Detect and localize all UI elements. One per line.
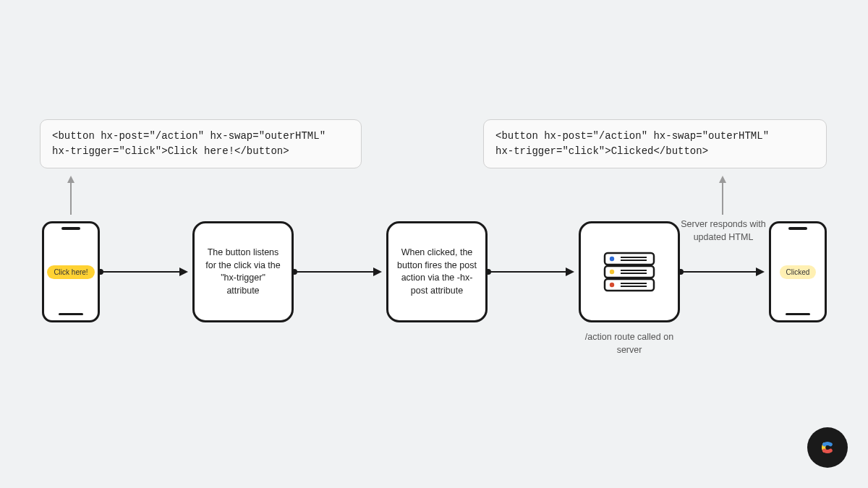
svg-point-4 [610, 270, 614, 274]
arrow-4 [681, 271, 763, 273]
step-text: When clicked, the button fires the post … [397, 247, 477, 297]
code-snippet-after: <button hx-post="/action" hx-swap="outer… [483, 119, 827, 168]
phone-button-before: Click here! [47, 265, 94, 279]
svg-point-5 [610, 283, 614, 287]
svg-point-12 [822, 442, 826, 446]
step-box-post: When clicked, the button fires the post … [386, 221, 488, 322]
contentful-logo [807, 427, 848, 468]
connector-up-right [722, 177, 723, 215]
server-caption: /action route called on server [579, 331, 680, 356]
step-text: The button listens for the click via the… [203, 247, 283, 297]
step-box-trigger: The button listens for the click via the… [192, 221, 294, 322]
arrow-2 [295, 271, 380, 273]
phone-before: Click here! [42, 221, 100, 322]
phone-after: Clicked [769, 221, 827, 322]
contentful-logo-icon [815, 435, 840, 460]
server-icon [603, 252, 655, 292]
arrow-3 [489, 271, 573, 273]
server-box [579, 221, 680, 322]
response-caption: Server responds with updated HTML [680, 218, 767, 244]
svg-point-13 [822, 449, 826, 453]
code-snippet-before: <button hx-post="/action" hx-swap="outer… [40, 119, 362, 168]
arrow-1 [101, 271, 187, 273]
svg-point-3 [610, 257, 614, 261]
phone-button-after: Clicked [780, 265, 817, 279]
connector-up-left [70, 177, 72, 215]
